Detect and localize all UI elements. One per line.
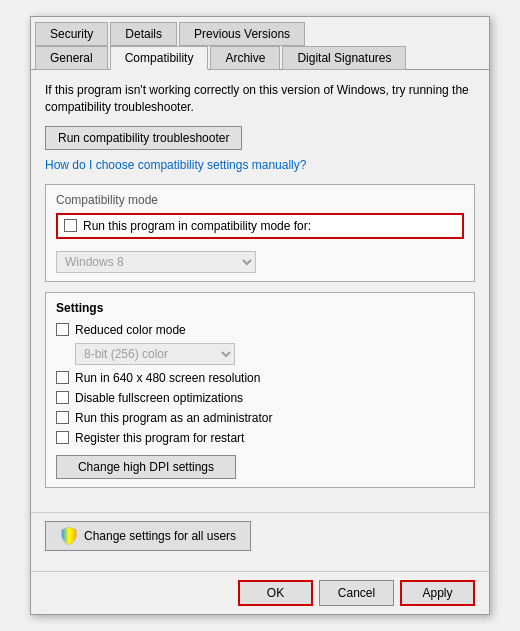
tab-details[interactable]: Details [110, 22, 177, 46]
disable-fullscreen-label: Disable fullscreen optimizations [75, 391, 243, 405]
reduced-color-label: Reduced color mode [75, 323, 186, 337]
disable-fullscreen-checkbox[interactable] [56, 391, 69, 404]
run-troubleshooter-button[interactable]: Run compatibility troubleshooter [45, 126, 242, 150]
compat-mode-checkbox-label: Run this program in compatibility mode f… [83, 219, 311, 233]
settings-row-run-640: Run in 640 x 480 screen resolution [56, 371, 464, 385]
apply-button[interactable]: Apply [400, 580, 475, 606]
footer-section: Change settings for all users [31, 512, 489, 571]
settings-label: Settings [56, 301, 464, 315]
run-640-label: Run in 640 x 480 screen resolution [75, 371, 260, 385]
bottom-buttons: OK Cancel Apply [31, 571, 489, 614]
settings-section: Settings Reduced color mode 8-bit (256) … [45, 292, 475, 488]
tab-compatibility[interactable]: Compatibility [110, 46, 209, 70]
compat-mode-label: Compatibility mode [56, 193, 464, 207]
run-admin-label: Run this program as an administrator [75, 411, 272, 425]
tab-general[interactable]: General [35, 46, 108, 70]
color-depth-dropdown[interactable]: 8-bit (256) color [75, 343, 235, 365]
tab-security[interactable]: Security [35, 22, 108, 46]
intro-text: If this program isn't working correctly … [45, 82, 475, 116]
change-settings-all-users-label: Change settings for all users [84, 529, 236, 543]
main-content: If this program isn't working correctly … [31, 70, 489, 512]
run-640-checkbox[interactable] [56, 371, 69, 384]
shield-icon [60, 526, 78, 546]
settings-row-run-admin: Run this program as an administrator [56, 411, 464, 425]
change-settings-all-users-button[interactable]: Change settings for all users [45, 521, 251, 551]
settings-row-reduced-color: Reduced color mode [56, 323, 464, 337]
compat-mode-row: Run this program in compatibility mode f… [56, 213, 464, 239]
settings-row-register-restart: Register this program for restart [56, 431, 464, 445]
compat-mode-section: Compatibility mode Run this program in c… [45, 184, 475, 282]
compat-mode-checkbox[interactable] [64, 219, 77, 232]
register-restart-checkbox[interactable] [56, 431, 69, 444]
help-link[interactable]: How do I choose compatibility settings m… [45, 158, 475, 172]
compat-mode-dropdown[interactable]: Windows 8 [56, 251, 256, 273]
settings-row-disable-fullscreen: Disable fullscreen optimizations [56, 391, 464, 405]
tabs-row-2: General Compatibility Archive Digital Si… [31, 45, 489, 70]
ok-button[interactable]: OK [238, 580, 313, 606]
tab-archive[interactable]: Archive [210, 46, 280, 70]
tab-previous-versions[interactable]: Previous Versions [179, 22, 305, 46]
change-dpi-button[interactable]: Change high DPI settings [56, 455, 236, 479]
run-admin-checkbox[interactable] [56, 411, 69, 424]
cancel-button[interactable]: Cancel [319, 580, 394, 606]
register-restart-label: Register this program for restart [75, 431, 244, 445]
reduced-color-checkbox[interactable] [56, 323, 69, 336]
tab-digital-signatures[interactable]: Digital Signatures [282, 46, 406, 70]
tabs-row-1: Security Details Previous Versions [31, 17, 489, 45]
properties-dialog: Security Details Previous Versions Gener… [30, 16, 490, 615]
